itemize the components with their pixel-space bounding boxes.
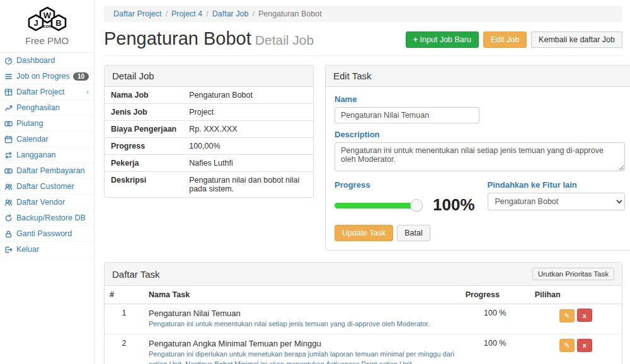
progress-slider-track [335, 203, 418, 208]
jwb-logo-icon: W J B .com [18, 6, 76, 33]
edit-task-button[interactable]: ✎ [559, 339, 575, 352]
brand-name: Free PMO [0, 35, 94, 46]
detail-value: 100,00% [183, 138, 313, 155]
sidebar-item-penghasilan[interactable]: Penghasilan [0, 100, 94, 116]
task-progress: 100 % [461, 304, 530, 334]
detail-label: Nama Job [105, 87, 183, 104]
money-icon [4, 119, 13, 128]
sidebar-item-job-on-progress[interactable]: Job on Progress10 [0, 69, 94, 84]
task-description: Pengaturan ini untuk menentukan nilai se… [149, 319, 455, 329]
header-actions: + Input Job Baru Edit Job Kembali ke daf… [406, 31, 622, 48]
batal-button[interactable]: Batal [397, 225, 430, 241]
sidebar-item-label: Dashboard [16, 56, 89, 65]
daftar-task-panel: Daftar Task Urutkan Prioritas Task # Nam… [104, 262, 622, 364]
progress-slider-handle[interactable] [410, 199, 423, 212]
description-label: Description [335, 130, 625, 139]
sidebar-item-keluar[interactable]: Keluar [0, 242, 94, 258]
edit-task-panel: Edit Task Name Description Pengaturan in… [325, 65, 630, 251]
detail-value: Project [183, 104, 313, 121]
input-job-baru-button[interactable]: + Input Job Baru [406, 31, 479, 48]
plus-icon: + [413, 35, 418, 44]
sidebar-item-label: Piutang [16, 119, 89, 128]
sidebar-item-piutang[interactable]: Piutang [0, 116, 94, 132]
urutkan-prioritas-button-top[interactable]: Urutkan Prioritas Task [532, 268, 614, 280]
edit-job-button[interactable]: Edit Job [483, 31, 527, 48]
sidebar-item-label: Job on Progress [16, 72, 69, 81]
dashboard-icon [4, 56, 13, 65]
list-icon [4, 72, 13, 81]
task-name: Pengaturan Angka Minimal Temuan per Ming… [149, 339, 455, 348]
table-row: 1Pengaturan Nilai TemuanPengaturan ini u… [105, 304, 622, 334]
sidebar-item-label: Daftar Pembayaran [16, 166, 89, 175]
update-task-button[interactable]: Update Task [335, 225, 393, 241]
svg-text:W: W [43, 11, 51, 20]
task-number: 2 [105, 334, 144, 364]
chevron-left-icon: ‹ [86, 88, 89, 96]
money-icon [4, 166, 13, 175]
daftar-task-panel-title: Daftar Task [112, 269, 160, 280]
signout-icon [4, 245, 13, 254]
sidebar-item-label: Penghasilan [16, 103, 89, 112]
repeat-icon [4, 151, 13, 159]
task-table: # Nama Task Progress Pilihan 1Pengaturan… [105, 286, 622, 364]
sidebar: W J B .com Free PMO DashboardJob on Prog… [0, 0, 94, 364]
table-row: 2Pengaturan Angka Minimal Temuan per Min… [105, 334, 622, 364]
svg-text:B: B [55, 18, 61, 28]
progress-value: 100% [433, 195, 475, 215]
sidebar-item-label: Daftar Customer [16, 182, 89, 191]
brand[interactable]: W J B .com Free PMO [0, 0, 94, 52]
delete-task-button[interactable]: x [577, 339, 592, 352]
task-name-input[interactable] [335, 107, 479, 123]
sidebar-item-daftar-customer[interactable]: Daftar Customer [0, 179, 94, 195]
sidebar-item-langganan[interactable]: Langganan [0, 147, 94, 163]
detail-row-deskripsi: DeskripsiPengaturan nilai dan bobot nila… [105, 172, 313, 198]
count-badge: 10 [73, 72, 89, 81]
sidebar-item-daftar-pembayaran[interactable]: Daftar Pembayaran [0, 163, 94, 179]
task-table-header-row: # Nama Task Progress Pilihan [105, 286, 622, 304]
name-label: Name [335, 94, 625, 104]
task-description-textarea[interactable]: Pengaturan ini untuk menentukan nilai se… [335, 142, 625, 171]
move-feature-label: Pindahkan ke Fitur lain [488, 180, 625, 190]
edit-task-panel-title: Edit Task [326, 65, 630, 87]
svg-text:.com: .com [42, 24, 52, 28]
sidebar-item-ganti-password[interactable]: Ganti Password [0, 226, 94, 242]
progress-label: Progress [335, 180, 475, 190]
detail-label: Jenis Job [105, 104, 183, 121]
delete-task-button[interactable]: x [577, 309, 592, 322]
breadcrumb-link-daftar-job[interactable]: Daftar Job [212, 9, 249, 18]
breadcrumb-link-project-4[interactable]: Project 4 [171, 9, 202, 18]
sidebar-item-label: Keluar [16, 245, 89, 254]
page-title: Pengaturan BobotDetail Job [104, 28, 314, 49]
sidebar-item-label: Daftar Project [16, 88, 83, 96]
breadcrumb-separator: / [206, 9, 208, 18]
sidebar-item-daftar-project[interactable]: Daftar Project‹ [0, 84, 94, 100]
svg-text:J: J [33, 18, 38, 28]
edit-task-button[interactable]: ✎ [559, 309, 575, 322]
sidebar-item-calendar[interactable]: Calendar [0, 132, 94, 147]
sidebar-item-daftar-vendor[interactable]: Daftar Vendor [0, 195, 94, 210]
kembali-button[interactable]: Kembali ke daftar Job [531, 31, 622, 48]
detail-row-progress: Progress100,00% [105, 138, 313, 155]
col-pilihan: Pilihan [530, 286, 622, 304]
detail-label: Pekerja [105, 155, 183, 172]
detail-label: Progress [105, 138, 183, 155]
progress-slider[interactable] [335, 199, 418, 212]
sidebar-nav: DashboardJob on Progress10Daftar Project… [0, 52, 94, 258]
breadcrumb-link-daftar-project[interactable]: Daftar Project [113, 9, 161, 18]
chart-line-icon [4, 103, 13, 112]
page-header: Pengaturan BobotDetail Job + Input Job B… [104, 27, 622, 56]
users-icon [4, 182, 13, 191]
task-number: 1 [105, 304, 144, 334]
detail-row-jenis-job: Jenis JobProject [105, 104, 313, 121]
lock-icon [4, 229, 13, 238]
sidebar-item-backup-restore-db[interactable]: Backup/Restore DB [0, 210, 94, 226]
pencil-icon: ✎ [564, 341, 570, 350]
detail-label: Biaya Pengerjaan [105, 121, 183, 138]
sidebar-item-label: Langganan [16, 151, 89, 159]
detail-value: Pengaturan Bobot [183, 87, 313, 104]
move-feature-select[interactable]: Pengaturan Bobot [488, 193, 625, 210]
sidebar-item-dashboard[interactable]: Dashboard [0, 53, 94, 69]
detail-row-pekerja: PekerjaNafies Luthfi [105, 155, 313, 172]
sidebar-item-label: Calendar [16, 135, 89, 144]
task-description: Pengaturan ini diperlukan untuk menetuka… [149, 350, 455, 364]
